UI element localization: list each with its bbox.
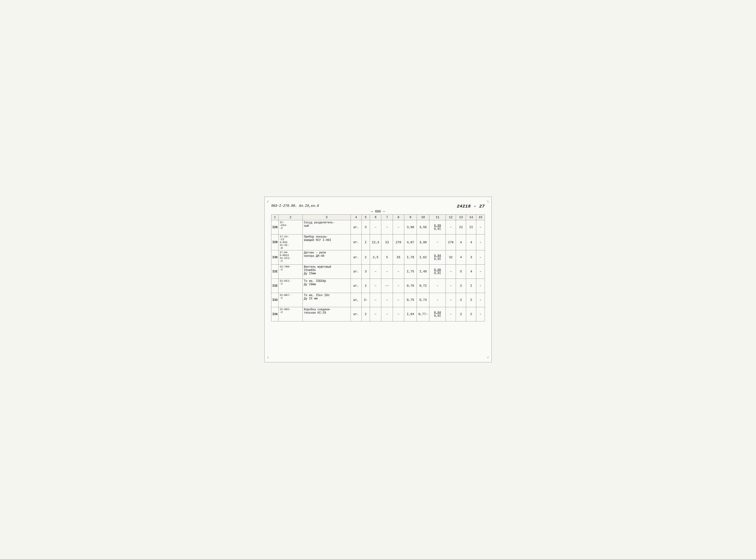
table-row: I34II–582––2Коробка соедини-тельная КС–I… — [271, 307, 485, 321]
cell: 3 — [361, 265, 370, 279]
page-number: — 606 — — [271, 210, 485, 214]
cell: 3,90 — [404, 220, 417, 234]
cell: I3 — [381, 234, 393, 250]
col-header-6: 6 — [370, 215, 381, 220]
cell: 4,07 — [404, 234, 417, 250]
cell: То же, I5кч I8пДу I5 мм — [302, 293, 350, 307]
cell: – — [445, 265, 456, 279]
cell: II–582––2 — [278, 307, 303, 321]
header-row: 1 2 3 4 5 6 7 8 9 10 11 12 13 14 15 — [271, 215, 485, 220]
page: ┌ ┐ └ ┘ 903-І-278.90. Ал.І8,кн.6 24218 -… — [264, 197, 492, 362]
cell: – — [429, 293, 446, 307]
header-right: 24218 - 27 — [457, 204, 485, 209]
cell: 3– — [361, 293, 370, 307]
cell: шт. — [351, 250, 362, 265]
corner-bl: └ — [267, 356, 269, 360]
cell: – — [393, 279, 404, 293]
cell: 2 — [361, 307, 370, 321]
cell: – — [381, 220, 393, 234]
cell: – — [476, 265, 485, 279]
cell: 32 — [445, 250, 456, 265]
cell: Вентиль муфтовыйI5нж6бкДу I5мм — [302, 265, 350, 279]
cell: I7–045–0522II–III––2 — [278, 250, 303, 265]
cell: I6 — [393, 250, 404, 265]
cell: шт. — [351, 234, 362, 250]
cell: I2 — [456, 220, 466, 234]
cell: 4 — [456, 234, 466, 250]
cell: 3 — [361, 220, 370, 234]
cell: 0,090,0I — [429, 220, 446, 234]
cell: – — [393, 293, 404, 307]
cell: Сосуд разделитель-ный — [302, 220, 350, 234]
cell: – — [370, 265, 381, 279]
cell: 0,73 — [417, 293, 429, 307]
cell: – — [393, 220, 404, 234]
cell: шт. — [351, 279, 362, 293]
cell: 5 — [456, 265, 466, 279]
col-header-13: 13 — [456, 215, 466, 220]
table-row: I33I2–807––IТо же, I5кч I8пДу I5 ммшт,3–… — [271, 293, 485, 307]
header: 903-І-278.90. Ал.І8,кн.6 24218 - 27 — [271, 204, 485, 209]
cell: 4 — [456, 250, 466, 265]
cell: – — [445, 293, 456, 307]
cell: 0,040,0I — [429, 307, 446, 321]
cell: I28 — [271, 220, 278, 234]
cell: 0,040,0I — [429, 250, 446, 265]
cell: – — [476, 293, 485, 307]
cell: 2,5 — [370, 250, 381, 265]
cell: – — [429, 234, 446, 250]
cell: 4 — [466, 265, 476, 279]
col-header-15: 15 — [476, 215, 485, 220]
col-header-9: 9 — [404, 215, 417, 220]
cell: I2–807––I — [278, 293, 303, 307]
cell: 0,72 — [417, 279, 429, 293]
cell: I,04 — [404, 307, 417, 321]
cell: I3I — [271, 265, 278, 279]
cell: 2 — [466, 307, 476, 321]
col-header-3: 3 — [302, 215, 350, 220]
cell: – — [476, 220, 485, 234]
col-header-7: 7 — [381, 215, 393, 220]
cell: – — [381, 265, 393, 279]
cell: I — [361, 234, 370, 250]
cell: 2 — [466, 293, 476, 307]
cell: – — [476, 279, 485, 293]
main-table: 1 2 3 4 5 6 7 8 9 10 11 12 13 14 15 I28I… — [271, 215, 485, 321]
cell: I32 — [271, 279, 278, 293]
cell: I33 — [271, 293, 278, 307]
cell: – — [476, 307, 485, 321]
cell: – — [445, 220, 456, 234]
cell: 3,56 — [417, 220, 429, 234]
cell: – — [476, 250, 485, 265]
cell: I,75 — [404, 265, 417, 279]
table-row: I28II––6I4––IСосуд разделитель-ныйшт.3––… — [271, 220, 485, 234]
col-header-12: 12 — [445, 215, 456, 220]
table-row: I30I7–045–0522II–III––2Датчик – реленапо… — [271, 250, 485, 265]
cell: I,78 — [404, 250, 417, 265]
table-row: I3II2–790––IВентиль муфтовыйI5нж6бкДу I5… — [271, 265, 485, 279]
cell: 0,080,0I — [429, 265, 446, 279]
cell: I,62 — [417, 250, 429, 265]
col-header-2: 2 — [278, 215, 303, 220]
cell: Коробка соедини-тельная КС–I0 — [302, 307, 350, 321]
cell: То же, I5Б50рДу I0мм — [302, 279, 350, 293]
cell: 0,77– — [417, 307, 429, 321]
cell: 2 — [361, 250, 370, 265]
cell: – — [393, 307, 404, 321]
cell: 4 — [466, 234, 476, 250]
cell: шт. — [351, 265, 362, 279]
col-header-11: 11 — [429, 215, 446, 220]
cell: шт. — [351, 307, 362, 321]
cell: 2 — [361, 279, 370, 293]
cell: I7–I4––II4–032II–4I––8 — [278, 234, 303, 250]
cell: I29 — [271, 234, 278, 250]
cell: – — [381, 307, 393, 321]
cell: – — [429, 279, 446, 293]
cell: – — [445, 279, 456, 293]
cell: – — [393, 265, 404, 279]
col-header-10: 10 — [417, 215, 429, 220]
cell: 270 — [393, 234, 404, 250]
cell: 0,76 — [404, 279, 417, 293]
col-header-5: 5 — [361, 215, 370, 220]
cell: I2–8II––I — [278, 279, 303, 293]
